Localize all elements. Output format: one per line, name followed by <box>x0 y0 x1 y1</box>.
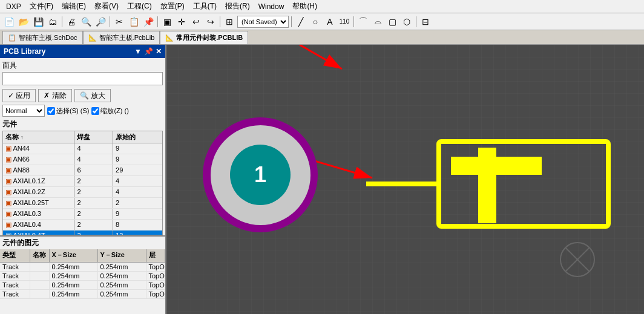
select-checkbox[interactable]: 选择(S) (S) <box>47 106 89 116</box>
fp-type-cell: Track <box>0 281 30 289</box>
comp-name-cell: ▣ AN44 <box>3 143 74 154</box>
text-btn[interactable]: A <box>323 15 337 28</box>
menu-report[interactable]: 报告(R) <box>222 0 254 13</box>
save-btn[interactable]: 💾 <box>31 15 45 28</box>
tab-pcblib-label: 智能车主板.PcbLib <box>99 33 155 42</box>
table-row[interactable]: ▣ AN88 6 29 <box>3 165 162 176</box>
comp-name-cell: ▣ AXIAL0.3 <box>3 209 74 219</box>
outer-ring: 1 <box>203 117 318 232</box>
toolbar: 📄 📂 💾 🗂 🖨 🔍 🔎 ✂ 📋 📌 ▣ ✛ ↩ ↪ ⊞ (Not Saved… <box>0 13 644 30</box>
new-btn[interactable]: 📄 <box>2 15 16 28</box>
yellow-annotation <box>366 105 620 238</box>
fp-layer-cell: TopOverlay <box>146 263 166 271</box>
comp-icon: ▣ <box>5 221 13 228</box>
panel-pin-icon[interactable]: 📌 <box>144 47 153 56</box>
menu-bar: DXP 文件(F) 编辑(E) 察看(V) 工程(C) 放置(P) 工具(T) … <box>0 0 644 13</box>
table-row[interactable]: ▣ AXIAL0.4T 2 12 <box>3 231 162 235</box>
menu-file[interactable]: 文件(F) <box>26 0 57 13</box>
tab-common-pcblib[interactable]: 📐 常用元件封装.PCBLIB <box>160 31 248 44</box>
sep3 <box>157 16 158 27</box>
fp-ysize-cell: 0.254mm <box>98 272 146 280</box>
fp-layer-cell: TopOverlay <box>146 272 166 280</box>
table-row[interactable]: ▣ AN44 4 9 <box>3 143 162 154</box>
cut-btn[interactable]: ✂ <box>113 15 126 28</box>
select-rect-btn[interactable]: ▣ <box>160 15 174 28</box>
pin-btn[interactable]: ▼ <box>134 47 142 56</box>
not-saved-combo[interactable]: (Not Saved) <box>237 16 289 28</box>
print-btn[interactable]: 🖨 <box>65 15 78 28</box>
comp-pads-cell: 2 <box>74 209 113 219</box>
table-row[interactable]: ▣ AXIAL0.1Z 2 4 <box>3 176 162 187</box>
fp-row[interactable]: Track 0.254mm 0.254mm TopOverlay <box>0 281 165 290</box>
circle-btn[interactable]: ○ <box>309 15 322 28</box>
fp-col-name: 名称 <box>30 249 50 262</box>
comp-name-cell: ▣ AN66 <box>3 154 74 165</box>
comp-orig-cell: 4 <box>113 176 162 186</box>
left-panel: PCB Library ▼ 📌 ✕ 面具 ✓ 应用 ✗ 清除 🔍 放大 Norm… <box>0 45 166 314</box>
comp-pads-cell: 2 <box>74 176 113 186</box>
comp-name-cell: ▣ AXIAL0.2Z <box>3 187 74 197</box>
canvas-area[interactable]: 1 <box>166 45 644 314</box>
comp-name-cell: ▣ AXIAL0.1Z <box>3 176 74 186</box>
panel-title: PCB Library <box>4 47 45 56</box>
fill-btn[interactable]: ▢ <box>386 15 399 28</box>
tab-pcblib[interactable]: 📐 智能车主板.PcbLib <box>83 31 160 44</box>
comp-name-cell: ▣ AXIAL0.25T <box>3 198 74 208</box>
menu-view[interactable]: 察看(V) <box>91 0 122 13</box>
clear-btn[interactable]: ✗ 清除 <box>38 89 71 102</box>
cross-circle <box>559 241 596 278</box>
fp-ysize-cell: 0.254mm <box>98 281 146 289</box>
tab-schdoc[interactable]: 📋 智能车主板.SchDoc <box>2 31 83 44</box>
grid-btn[interactable]: ⊞ <box>223 15 236 28</box>
face-input[interactable] <box>2 72 163 85</box>
fp-row[interactable]: Track 0.254mm 0.254mm TopOverlay <box>0 272 165 281</box>
panel-header-buttons: ▼ 📌 ✕ <box>134 47 162 56</box>
menu-help[interactable]: 帮助(H) <box>289 0 321 13</box>
pcblib-icon: 📐 <box>165 34 174 42</box>
menu-place[interactable]: 放置(P) <box>157 0 188 13</box>
comp-name-cell: ▣ AN88 <box>3 165 74 175</box>
menu-dxp[interactable]: DXP <box>2 1 25 12</box>
table-row[interactable]: ▣ AXIAL0.25T 2 2 <box>3 198 162 209</box>
arc2-btn[interactable]: ⌓ <box>371 15 384 28</box>
zoom-in-btn[interactable]: 🔍 <box>79 15 93 28</box>
menu-edit[interactable]: 编辑(E) <box>58 0 90 13</box>
comp-pads-cell: 2 <box>74 231 113 235</box>
menu-project[interactable]: 工程(C) <box>123 0 156 13</box>
paste-btn[interactable]: 📌 <box>142 15 155 28</box>
zoom-btn[interactable]: 🔍 放大 <box>74 89 111 102</box>
grid2-btn[interactable]: ⊟ <box>419 15 432 28</box>
redo-btn[interactable]: ↪ <box>204 15 217 28</box>
open-btn[interactable]: 📂 <box>17 15 30 28</box>
comp-icon: ▣ <box>5 145 13 152</box>
zoom-checkbox[interactable]: 缩放(Z) () <box>91 106 128 116</box>
pad-visualization: 1 <box>203 117 324 238</box>
filter-row: Normal 选择(S) (S) 缩放(Z) () <box>0 103 165 118</box>
poly-btn[interactable]: ⬡ <box>400 15 413 28</box>
menu-window[interactable]: Window <box>255 1 288 12</box>
table-header: 名称 ↑ 焊盘 原始的 <box>3 131 162 143</box>
num-btn[interactable]: 110 <box>338 15 351 28</box>
table-row[interactable]: ▣ AXIAL0.3 2 9 <box>3 209 162 220</box>
mode-select[interactable]: Normal <box>2 105 45 117</box>
fp-col-layer: 层 <box>146 249 166 262</box>
table-row[interactable]: ▣ AXIAL0.2Z 2 4 <box>3 187 162 198</box>
table-row[interactable]: ▣ AN66 4 9 <box>3 154 162 165</box>
fp-row[interactable]: Track 0.254mm 0.254mm TopOverlay <box>0 290 165 299</box>
fp-name-cell <box>30 263 50 271</box>
arc-btn[interactable]: ⌒ <box>356 15 370 28</box>
inner-ring: 1 <box>211 125 310 225</box>
zoom-out-btn[interactable]: 🔎 <box>94 15 107 28</box>
close-panel-btn[interactable]: ✕ <box>156 47 162 56</box>
table-row[interactable]: ▣ AXIAL0.4 2 8 <box>3 220 162 231</box>
move-btn[interactable]: ✛ <box>175 15 188 28</box>
fp-name-cell <box>30 290 50 298</box>
undo-btn[interactable]: ↩ <box>189 15 203 28</box>
apply-btn[interactable]: ✓ 应用 <box>2 89 36 102</box>
fp-row[interactable]: Track 0.254mm 0.254mm TopOverlay <box>0 263 165 272</box>
menu-tools[interactable]: 工具(T) <box>189 0 220 13</box>
comp-orig-cell: 2 <box>113 198 162 208</box>
copy-btn[interactable]: 📋 <box>127 15 140 28</box>
save-all-btn[interactable]: 🗂 <box>46 15 59 28</box>
wire-btn[interactable]: ╱ <box>294 15 307 28</box>
